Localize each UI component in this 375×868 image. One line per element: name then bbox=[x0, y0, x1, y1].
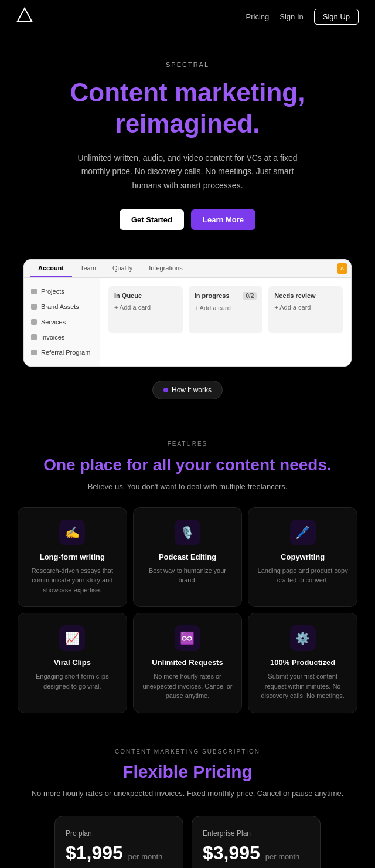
nav-pricing[interactable]: Pricing bbox=[246, 12, 270, 21]
get-started-button[interactable]: Get Started bbox=[120, 209, 184, 230]
pricing-section: CONTENT MARKETING SUBSCRIPTION Flexible … bbox=[0, 725, 375, 868]
feature-icon-2: 🖊️ bbox=[290, 520, 316, 545]
feature-desc-2: Landing page and product copy crafted to… bbox=[257, 566, 349, 585]
pricing-cards: Pro plan $1,995 per month ✓Unlimited req… bbox=[18, 816, 357, 868]
feature-icon-0: ✍️ bbox=[59, 520, 85, 545]
svg-marker-0 bbox=[18, 8, 32, 21]
col-title-review: Needs review bbox=[274, 292, 315, 299]
play-icon bbox=[163, 388, 168, 392]
feature-card-1: 🎙️ Podcast Editing Best way to humanize … bbox=[133, 507, 243, 608]
plan-name-0: Pro plan bbox=[66, 829, 172, 838]
plan-price-0: $1,995 per month bbox=[66, 842, 172, 864]
dashboard-preview: A Account Team Quality Integrations Proj… bbox=[23, 259, 352, 367]
tab-integrations[interactable]: Integrations bbox=[141, 260, 190, 277]
pricing-title: Flexible Pricing bbox=[18, 762, 357, 782]
hero-title: Content marketing, reimagined. bbox=[35, 77, 340, 140]
plan-price-1: $3,995 per month bbox=[203, 842, 309, 864]
how-it-works-section: How it works bbox=[0, 372, 375, 417]
features-label: FEATURES bbox=[18, 440, 357, 447]
feature-title-2: Copywriting bbox=[257, 552, 349, 561]
hero-buttons: Get Started Learn More bbox=[35, 209, 340, 230]
col-title-progress: In progress bbox=[195, 292, 230, 299]
feature-card-3: 📈 Viral Clips Engaging short-form clips … bbox=[18, 613, 127, 713]
pricing-card-0: Pro plan $1,995 per month ✓Unlimited req… bbox=[54, 816, 183, 868]
dashboard-body: Projects Brand Assets Services Invoices … bbox=[24, 278, 351, 366]
kanban-columns: In Queue + Add a card In progress 0/2 + … bbox=[108, 286, 343, 333]
nav-links: Pricing Sign In Sign Up bbox=[246, 9, 359, 25]
kanban-col-in-progress: In progress 0/2 + Add a card bbox=[189, 286, 263, 333]
feature-title-0: Long-form writing bbox=[26, 552, 118, 561]
feature-icon-3: 📈 bbox=[59, 625, 85, 651]
how-it-works-label: How it works bbox=[172, 386, 212, 394]
hero-label: SPECTRAL bbox=[35, 61, 340, 68]
kanban-board: In Queue + Add a card In progress 0/2 + … bbox=[100, 278, 351, 366]
feature-title-5: 100% Productized bbox=[257, 658, 349, 667]
plan-name-1: Enterprise Plan bbox=[203, 829, 309, 838]
feature-icon-4: ♾️ bbox=[175, 625, 200, 651]
feature-desc-1: Best way to humanize your brand. bbox=[142, 566, 234, 585]
hero-section: SPECTRAL Content marketing, reimagined. … bbox=[0, 33, 375, 259]
add-card-review[interactable]: + Add a card bbox=[274, 304, 337, 311]
tab-account[interactable]: Account bbox=[30, 260, 72, 277]
tab-quality[interactable]: Quality bbox=[104, 260, 141, 277]
feature-card-4: ♾️ Unlimited Requests No more hourly rat… bbox=[133, 613, 243, 713]
nav-signup-button[interactable]: Sign Up bbox=[314, 9, 359, 25]
navbar: Pricing Sign In Sign Up bbox=[0, 0, 375, 33]
feature-icon-1: 🎙️ bbox=[175, 520, 200, 545]
feature-desc-5: Submit your first content request within… bbox=[257, 672, 349, 701]
sidebar-item-invoices[interactable]: Invoices bbox=[24, 330, 100, 345]
sidebar-item-brand-assets[interactable]: Brand Assets bbox=[24, 299, 100, 314]
feature-desc-3: Engaging short-form clips designed to go… bbox=[26, 672, 118, 691]
feature-card-0: ✍️ Long-form writing Research-driven ess… bbox=[18, 507, 127, 608]
feature-title-4: Unlimited Requests bbox=[142, 658, 234, 667]
logo[interactable] bbox=[16, 7, 33, 26]
sidebar-item-referral[interactable]: Referral Program bbox=[24, 345, 100, 360]
learn-more-button[interactable]: Learn More bbox=[191, 209, 255, 230]
feature-title-1: Podcast Editing bbox=[142, 552, 234, 561]
tab-team[interactable]: Team bbox=[72, 260, 104, 277]
notification-badge: A bbox=[337, 263, 347, 274]
add-card-progress[interactable]: + Add a card bbox=[195, 304, 257, 311]
hero-title-line1: Content marketing, bbox=[70, 78, 305, 107]
feature-title-3: Viral Clips bbox=[26, 658, 118, 667]
kanban-col-needs-review: Needs review + Add a card bbox=[268, 286, 343, 333]
hero-subtitle: Unlimited written, audio, and video cont… bbox=[76, 151, 299, 193]
pricing-subtitle: No more hourly rates or unexpected invoi… bbox=[18, 788, 357, 800]
feature-desc-0: Research-driven essays that communicate … bbox=[26, 566, 118, 595]
features-section: FEATURES One place for all your content … bbox=[0, 417, 375, 725]
services-icon bbox=[31, 319, 37, 325]
invoices-icon bbox=[31, 334, 37, 340]
sidebar-item-services[interactable]: Services bbox=[24, 314, 100, 330]
features-title: One place for all your content needs. bbox=[18, 455, 357, 475]
feature-icon-5: ⚙️ bbox=[290, 625, 316, 651]
sidebar-item-projects[interactable]: Projects bbox=[24, 284, 100, 299]
features-subtitle: Believe us. You don't want to deal with … bbox=[18, 482, 357, 491]
brand-assets-icon bbox=[31, 304, 37, 310]
referral-icon bbox=[31, 350, 37, 355]
feature-card-5: ⚙️ 100% Productized Submit your first co… bbox=[248, 613, 357, 713]
nav-signin[interactable]: Sign In bbox=[279, 12, 303, 21]
dashboard-tabs: Account Team Quality Integrations bbox=[24, 260, 351, 278]
dashboard-sidebar: Projects Brand Assets Services Invoices … bbox=[24, 278, 100, 366]
pricing-label: CONTENT MARKETING SUBSCRIPTION bbox=[18, 748, 357, 755]
col-title-queue: In Queue bbox=[114, 292, 142, 299]
features-grid: ✍️ Long-form writing Research-driven ess… bbox=[18, 507, 357, 713]
how-it-works-button[interactable]: How it works bbox=[152, 381, 223, 399]
add-card-queue[interactable]: + Add a card bbox=[114, 304, 177, 311]
pricing-card-1: Enterprise Plan $3,995 per month ✓Unlimi… bbox=[192, 816, 321, 868]
hero-title-line2: reimagined. bbox=[115, 109, 260, 138]
progress-badge: 0/2 bbox=[243, 292, 257, 300]
feature-desc-4: No more hourly rates or unexpected invoi… bbox=[142, 672, 234, 701]
feature-card-2: 🖊️ Copywriting Landing page and product … bbox=[248, 507, 357, 608]
projects-icon bbox=[31, 289, 37, 294]
kanban-col-in-queue: In Queue + Add a card bbox=[108, 286, 183, 333]
